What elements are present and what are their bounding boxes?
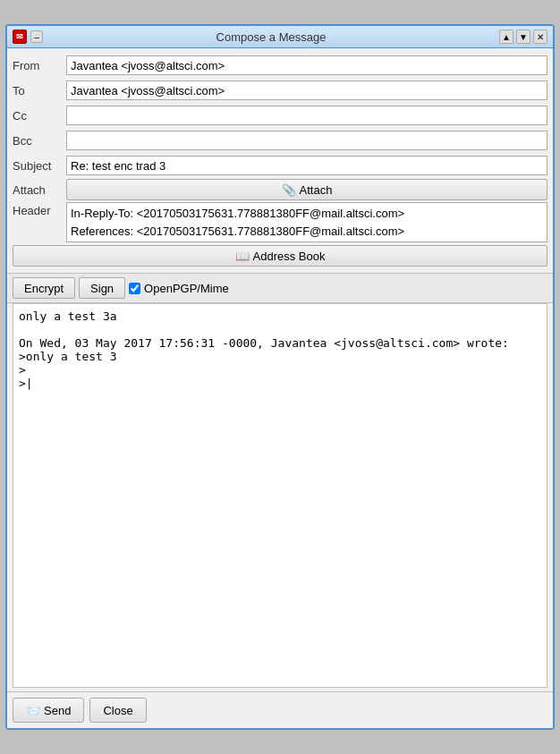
app-icon: ✉ [13,30,27,44]
close-button[interactable]: ✕ [533,30,547,44]
message-body[interactable]: only a test 3a On Wed, 03 May 2017 17:56… [13,303,547,688]
compose-window: ✉ – Compose a Message ▲ ▼ ✕ From To Cc B… [5,24,555,730]
to-label: To [13,84,66,97]
from-label: From [13,59,66,72]
bottom-bar: 📨 Send Close [7,691,553,728]
cc-label: Cc [13,109,66,123]
header-row: Header In-Reply-To: <20170503175631.7788… [13,202,547,242]
sign-button[interactable]: Sign [79,277,125,299]
from-input[interactable] [66,55,547,75]
header-line-1: In-Reply-To: <20170503175631.778881380FF… [71,205,543,223]
security-bar: Encrypt Sign OpenPGP/Mime [7,273,553,303]
titlebar-left: ✉ – [13,30,43,44]
attach-label: Attach [13,183,66,197]
encrypt-button[interactable]: Encrypt [13,277,75,299]
address-book-icon: 📖 [235,250,250,263]
address-book-row: 📖 Address Book [13,245,547,267]
address-book-label: Address Book [253,250,326,263]
subject-label: Subject [13,159,66,173]
close-button-bottom[interactable]: Close [89,698,146,723]
attach-row: Attach 📎 Attach [13,179,547,200]
openpgp-checkbox[interactable] [129,283,140,294]
scroll-down-button[interactable]: ▼ [516,30,530,44]
openpgp-label-text: OpenPGP/Mime [144,282,229,295]
bcc-label: Bcc [13,134,66,148]
send-button[interactable]: 📨 Send [13,698,84,723]
minimize-button[interactable]: – [30,30,43,43]
openpgp-label[interactable]: OpenPGP/Mime [129,282,229,295]
form-area: From To Cc Bcc Subject Attach 📎 [7,48,553,273]
attach-icon: 📎 [282,183,296,197]
subject-input[interactable] [66,156,547,175]
to-row: To [13,79,547,102]
scroll-up-button[interactable]: ▲ [499,30,513,44]
titlebar-controls: ▲ ▼ ✕ [499,30,547,44]
window-title: Compose a Message [43,30,499,44]
bcc-row: Bcc [13,129,547,152]
bcc-input[interactable] [66,131,547,150]
attach-button[interactable]: 📎 Attach [66,179,547,200]
header-value: In-Reply-To: <20170503175631.778881380FF… [66,202,547,242]
titlebar: ✉ – Compose a Message ▲ ▼ ✕ [7,26,553,48]
header-line-2: References: <20170503175631.778881380FF@… [71,223,543,241]
to-input[interactable] [66,80,547,100]
cc-row: Cc [13,104,547,127]
send-label: Send [44,704,71,717]
address-book-button[interactable]: 📖 Address Book [13,245,547,267]
subject-row: Subject [13,154,547,177]
cc-input[interactable] [66,106,547,125]
header-label: Header [13,202,66,217]
send-icon: 📨 [26,704,40,717]
attach-button-label: Attach [300,183,333,197]
from-row: From [13,54,547,77]
